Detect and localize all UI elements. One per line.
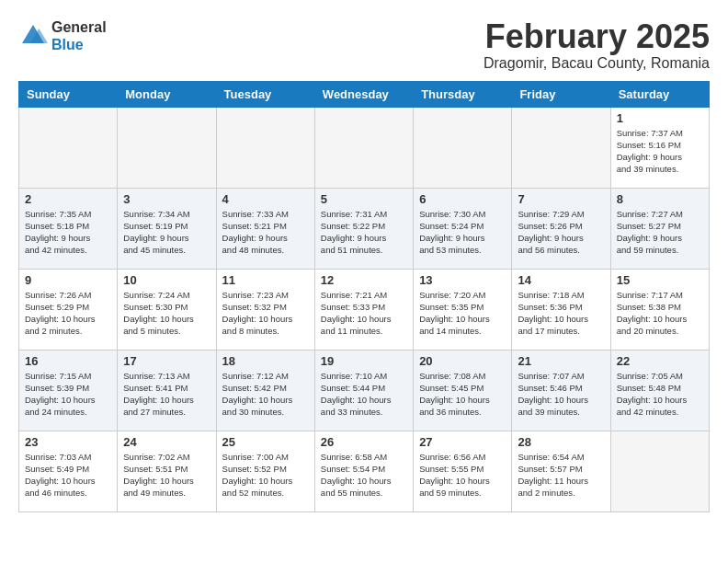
calendar-cell: 28Sunrise: 6:54 AM Sunset: 5:57 PM Dayli… [512,431,610,511]
day-info: Sunrise: 7:37 AM Sunset: 5:16 PM Dayligh… [617,127,703,176]
day-info: Sunrise: 7:17 AM Sunset: 5:38 PM Dayligh… [617,289,703,338]
day-number: 28 [518,435,604,449]
day-info: Sunrise: 7:30 AM Sunset: 5:24 PM Dayligh… [419,208,506,257]
logo-text: General Blue [51,18,107,53]
day-number: 24 [123,435,210,449]
day-info: Sunrise: 7:20 AM Sunset: 5:35 PM Dayligh… [419,289,506,338]
col-header-monday: Monday [118,81,216,107]
day-info: Sunrise: 7:15 AM Sunset: 5:39 PM Dayligh… [25,370,111,419]
calendar-cell: 24Sunrise: 7:02 AM Sunset: 5:51 PM Dayli… [118,431,216,511]
day-info: Sunrise: 6:58 AM Sunset: 5:54 PM Dayligh… [321,451,407,500]
day-info: Sunrise: 7:03 AM Sunset: 5:49 PM Dayligh… [25,451,111,500]
calendar-cell: 4Sunrise: 7:33 AM Sunset: 5:21 PM Daylig… [216,188,314,269]
week-row-5: 23Sunrise: 7:03 AM Sunset: 5:49 PM Dayli… [19,431,710,511]
col-header-sunday: Sunday [19,81,118,107]
location: Dragomir, Bacau County, Romania [483,55,710,72]
day-number: 15 [617,273,703,287]
calendar-cell: 25Sunrise: 7:00 AM Sunset: 5:52 PM Dayli… [216,431,314,511]
day-number: 16 [25,354,111,368]
calendar-cell: 13Sunrise: 7:20 AM Sunset: 5:35 PM Dayli… [414,269,512,350]
day-number: 27 [419,435,506,449]
calendar-cell: 21Sunrise: 7:07 AM Sunset: 5:46 PM Dayli… [512,350,610,431]
day-number: 2 [25,192,111,206]
col-header-friday: Friday [512,81,610,107]
calendar-cell: 22Sunrise: 7:05 AM Sunset: 5:48 PM Dayli… [610,350,709,431]
day-number: 26 [321,435,407,449]
calendar-cell: 20Sunrise: 7:08 AM Sunset: 5:45 PM Dayli… [414,350,512,431]
day-info: Sunrise: 7:35 AM Sunset: 5:18 PM Dayligh… [25,208,111,257]
day-number: 9 [25,273,111,287]
week-row-2: 2Sunrise: 7:35 AM Sunset: 5:18 PM Daylig… [19,188,710,269]
calendar-cell [216,107,314,188]
day-number: 23 [25,435,111,449]
calendar-header-row: SundayMondayTuesdayWednesdayThursdayFrid… [19,81,710,107]
calendar-cell: 8Sunrise: 7:27 AM Sunset: 5:27 PM Daylig… [610,188,709,269]
day-info: Sunrise: 7:27 AM Sunset: 5:27 PM Dayligh… [617,208,703,257]
logo-icon [18,21,48,51]
calendar-cell: 1Sunrise: 7:37 AM Sunset: 5:16 PM Daylig… [610,107,709,188]
day-info: Sunrise: 7:34 AM Sunset: 5:19 PM Dayligh… [123,208,210,257]
calendar-cell [314,107,413,188]
calendar-cell: 26Sunrise: 6:58 AM Sunset: 5:54 PM Dayli… [314,431,413,511]
day-info: Sunrise: 6:56 AM Sunset: 5:55 PM Dayligh… [419,451,506,500]
day-info: Sunrise: 7:33 AM Sunset: 5:21 PM Dayligh… [222,208,309,257]
week-row-4: 16Sunrise: 7:15 AM Sunset: 5:39 PM Dayli… [19,350,710,431]
day-number: 12 [321,273,407,287]
calendar-cell: 11Sunrise: 7:23 AM Sunset: 5:32 PM Dayli… [216,269,314,350]
day-number: 21 [518,354,604,368]
day-info: Sunrise: 7:13 AM Sunset: 5:41 PM Dayligh… [123,370,210,419]
day-number: 19 [321,354,407,368]
col-header-thursday: Thursday [414,81,512,107]
day-info: Sunrise: 7:10 AM Sunset: 5:44 PM Dayligh… [321,370,407,419]
week-row-3: 9Sunrise: 7:26 AM Sunset: 5:29 PM Daylig… [19,269,710,350]
calendar-table: SundayMondayTuesdayWednesdayThursdayFrid… [18,81,710,512]
calendar-cell: 5Sunrise: 7:31 AM Sunset: 5:22 PM Daylig… [314,188,413,269]
calendar-cell: 15Sunrise: 7:17 AM Sunset: 5:38 PM Dayli… [610,269,709,350]
page-header: General Blue February 2025 Dragomir, Bac… [18,18,710,72]
calendar-cell: 19Sunrise: 7:10 AM Sunset: 5:44 PM Dayli… [314,350,413,431]
day-number: 4 [222,192,309,206]
day-info: Sunrise: 7:23 AM Sunset: 5:32 PM Dayligh… [222,289,309,338]
day-info: Sunrise: 7:02 AM Sunset: 5:51 PM Dayligh… [123,451,210,500]
calendar-cell: 17Sunrise: 7:13 AM Sunset: 5:41 PM Dayli… [118,350,216,431]
calendar-cell: 14Sunrise: 7:18 AM Sunset: 5:36 PM Dayli… [512,269,610,350]
calendar-cell: 7Sunrise: 7:29 AM Sunset: 5:26 PM Daylig… [512,188,610,269]
col-header-tuesday: Tuesday [216,81,314,107]
day-number: 1 [617,111,703,125]
day-number: 7 [518,192,604,206]
calendar-cell [414,107,512,188]
calendar-cell [19,107,118,188]
day-info: Sunrise: 7:05 AM Sunset: 5:48 PM Dayligh… [617,370,703,419]
calendar-cell: 16Sunrise: 7:15 AM Sunset: 5:39 PM Dayli… [19,350,118,431]
day-number: 5 [321,192,407,206]
day-number: 10 [123,273,210,287]
day-number: 6 [419,192,506,206]
day-info: Sunrise: 7:18 AM Sunset: 5:36 PM Dayligh… [518,289,604,338]
day-info: Sunrise: 7:08 AM Sunset: 5:45 PM Dayligh… [419,370,506,419]
month-title: February 2025 [483,18,710,55]
day-number: 14 [518,273,604,287]
calendar-cell: 10Sunrise: 7:24 AM Sunset: 5:30 PM Dayli… [118,269,216,350]
day-info: Sunrise: 7:24 AM Sunset: 5:30 PM Dayligh… [123,289,210,338]
week-row-1: 1Sunrise: 7:37 AM Sunset: 5:16 PM Daylig… [19,107,710,188]
day-number: 25 [222,435,309,449]
logo: General Blue [18,18,107,53]
day-number: 11 [222,273,309,287]
day-number: 13 [419,273,506,287]
calendar-cell: 6Sunrise: 7:30 AM Sunset: 5:24 PM Daylig… [414,188,512,269]
calendar-cell [118,107,216,188]
calendar-cell [512,107,610,188]
calendar-cell: 3Sunrise: 7:34 AM Sunset: 5:19 PM Daylig… [118,188,216,269]
logo-general: General [51,18,107,36]
day-number: 18 [222,354,309,368]
title-block: February 2025 Dragomir, Bacau County, Ro… [483,18,710,72]
day-number: 20 [419,354,506,368]
calendar-cell: 18Sunrise: 7:12 AM Sunset: 5:42 PM Dayli… [216,350,314,431]
calendar-cell: 9Sunrise: 7:26 AM Sunset: 5:29 PM Daylig… [19,269,118,350]
calendar-cell: 12Sunrise: 7:21 AM Sunset: 5:33 PM Dayli… [314,269,413,350]
day-info: Sunrise: 7:12 AM Sunset: 5:42 PM Dayligh… [222,370,309,419]
col-header-saturday: Saturday [610,81,709,107]
day-number: 22 [617,354,703,368]
day-info: Sunrise: 7:31 AM Sunset: 5:22 PM Dayligh… [321,208,407,257]
calendar-cell: 2Sunrise: 7:35 AM Sunset: 5:18 PM Daylig… [19,188,118,269]
